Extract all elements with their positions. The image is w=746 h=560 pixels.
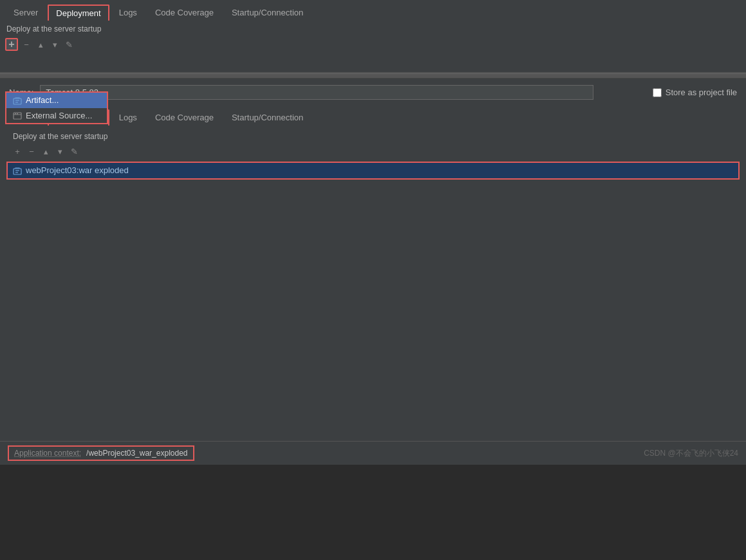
- add-button-bottom[interactable]: +: [12, 145, 23, 157]
- svg-marker-11: [14, 167, 21, 169]
- bottom-footer: Application context: /webProject03_war_e…: [0, 441, 746, 465]
- name-row: Name: Store as project file: [0, 79, 746, 106]
- remove-button-top[interactable]: −: [21, 39, 32, 50]
- name-input[interactable]: [40, 85, 593, 100]
- toolbar-bottom: + − ▴ ▾ ✎: [6, 144, 740, 159]
- down-button-top[interactable]: ▾: [49, 39, 61, 50]
- tab-logs-bottom[interactable]: Logs: [111, 109, 145, 126]
- panel-divider: [0, 73, 746, 79]
- artifact-list: webProject03:war exploded: [6, 162, 740, 180]
- tab-startup-connection-bottom[interactable]: Startup/Connection: [223, 109, 312, 126]
- tab-code-coverage-bottom[interactable]: Code Coverage: [147, 109, 222, 126]
- app-context-label: Application context:: [14, 449, 81, 458]
- menu-item-artifact-label: Artifact...: [26, 95, 59, 105]
- deploy-section-label-top: Deploy at the server startup: [0, 21, 746, 36]
- app-context-section: Application context: /webProject03_war_e…: [8, 445, 194, 461]
- bottom-panel: Name: Store as project file Server Deplo…: [0, 79, 746, 465]
- tab-server-top[interactable]: Server: [5, 4, 46, 21]
- edit-button-top[interactable]: ✎: [63, 39, 75, 50]
- csdn-watermark: CSDN @不会飞的小飞侠24: [644, 448, 738, 459]
- svg-marker-3: [14, 97, 21, 98]
- deployment-section-bottom: Deploy at the server startup + − ▴ ▾ ✎ w…: [0, 126, 746, 182]
- artifact-icon: [13, 95, 22, 106]
- tab-startup-connection-top[interactable]: Startup/Connection: [223, 4, 312, 21]
- remove-button-bottom[interactable]: −: [26, 145, 37, 157]
- tab-logs-top[interactable]: Logs: [111, 4, 145, 21]
- deploy-section-label-bottom: Deploy at the server startup: [6, 128, 740, 144]
- add-dropdown-menu: Artifact... External Source...: [5, 91, 108, 124]
- store-project-row: Store as project file: [653, 88, 737, 97]
- up-button-bottom[interactable]: ▴: [40, 145, 51, 157]
- top-panel: Server Deployment Logs Code Coverage Sta…: [0, 0, 746, 73]
- menu-item-external-source-label: External Source...: [26, 111, 92, 120]
- tab-deployment-top[interactable]: Deployment: [48, 5, 109, 21]
- svg-rect-7: [17, 113, 18, 115]
- artifact-row-webproject[interactable]: webProject03:war exploded: [6, 162, 740, 180]
- edit-button-bottom[interactable]: ✎: [68, 145, 80, 157]
- top-tabs-bar: Server Deployment Logs Code Coverage Sta…: [0, 0, 746, 21]
- bottom-tabs-bar: Server Deployment Logs Code Coverage Sta…: [0, 106, 746, 126]
- svg-rect-6: [15, 113, 16, 115]
- add-button-top[interactable]: +: [5, 38, 18, 51]
- menu-item-artifact[interactable]: Artifact...: [6, 93, 107, 108]
- svg-rect-8: [14, 169, 21, 174]
- menu-item-external-source[interactable]: External Source...: [6, 108, 107, 124]
- artifact-row-label: webProject03:war exploded: [26, 165, 129, 175]
- up-button-top[interactable]: ▴: [35, 39, 46, 50]
- artifact-row-icon: [13, 165, 22, 176]
- svg-rect-0: [14, 98, 21, 104]
- external-source-icon: [13, 111, 22, 121]
- top-panel-content: Deploy at the server startup + − ▴ ▾ ✎ A…: [0, 21, 746, 72]
- store-project-checkbox[interactable]: [653, 88, 662, 97]
- down-button-bottom[interactable]: ▾: [54, 145, 66, 157]
- store-project-label: Store as project file: [666, 88, 737, 97]
- app-context-value: /webProject03_war_exploded: [86, 449, 187, 458]
- toolbar-top: + − ▴ ▾ ✎: [0, 36, 746, 53]
- tab-code-coverage-top[interactable]: Code Coverage: [147, 4, 222, 21]
